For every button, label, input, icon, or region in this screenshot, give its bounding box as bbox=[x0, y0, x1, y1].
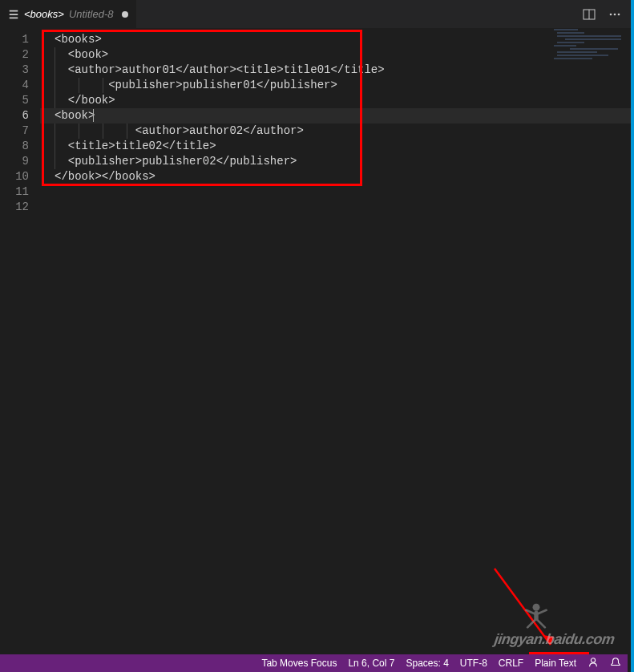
svg-point-9 bbox=[591, 658, 595, 662]
indent-guide-icon bbox=[55, 78, 55, 93]
line-number: 6 bbox=[0, 108, 40, 123]
indent-guide-icon bbox=[55, 47, 55, 63]
editor-tab[interactable]: <books> Untitled-8 bbox=[0, 0, 137, 28]
line-number: 7 bbox=[0, 123, 40, 139]
dirty-dot-icon bbox=[122, 11, 128, 18]
notifications-icon[interactable] bbox=[610, 657, 621, 670]
code-text: </book></books> bbox=[55, 170, 155, 183]
status-bar: Tab Moves Focus Ln 6, Col 7 Spaces: 4 UT… bbox=[0, 654, 628, 672]
code-line[interactable]: </book> bbox=[40, 93, 631, 108]
status-eol[interactable]: CRLF bbox=[499, 658, 523, 669]
code-text: <author>author02</author> bbox=[55, 124, 304, 137]
code-line[interactable]: <author>author02</author> bbox=[40, 123, 631, 139]
svg-point-3 bbox=[614, 13, 616, 15]
svg-point-2 bbox=[610, 13, 612, 15]
minimap[interactable] bbox=[554, 29, 626, 85]
tab-title-sub: Untitled-8 bbox=[69, 8, 114, 20]
indent-guide-icon bbox=[55, 139, 55, 154]
tab-bar: <books> Untitled-8 bbox=[0, 0, 631, 28]
code-text: <author>author01</author><title>title01<… bbox=[55, 63, 385, 76]
code-line[interactable]: <publisher>publisher02</publisher> bbox=[40, 154, 631, 169]
indent-guide-icon bbox=[55, 154, 55, 169]
status-encoding[interactable]: UTF-8 bbox=[460, 658, 487, 669]
line-number: 3 bbox=[0, 63, 40, 78]
line-number: 8 bbox=[0, 139, 40, 154]
code-line[interactable]: <books> bbox=[40, 32, 631, 47]
line-number: 2 bbox=[0, 47, 40, 63]
status-indentation[interactable]: Spaces: 4 bbox=[406, 658, 448, 669]
editor[interactable]: 123456789101112 <books> <book> <author>a… bbox=[0, 28, 631, 654]
indent-guide-icon bbox=[103, 123, 103, 139]
code-text: <books> bbox=[55, 33, 102, 46]
code-line[interactable]: <book> bbox=[40, 108, 631, 123]
file-icon bbox=[8, 9, 19, 20]
code-line[interactable]: <title>title02</title> bbox=[40, 139, 631, 154]
text-cursor-icon bbox=[93, 109, 94, 122]
line-number: 9 bbox=[0, 154, 40, 169]
code-text: <title>title02</title> bbox=[55, 140, 216, 152]
indent-guide-icon bbox=[55, 63, 55, 78]
indent-guide-icon bbox=[55, 123, 55, 139]
indent-guide-icon bbox=[127, 123, 127, 139]
code-line[interactable]: <publisher>publisher01</publisher> bbox=[40, 78, 631, 93]
line-number: 4 bbox=[0, 78, 40, 93]
code-line[interactable]: <author>author01</author><title>title01<… bbox=[40, 63, 631, 78]
line-number: 12 bbox=[0, 200, 40, 215]
status-cursor-position[interactable]: Ln 6, Col 7 bbox=[348, 658, 394, 669]
line-number-gutter: 123456789101112 bbox=[0, 28, 40, 654]
status-language-mode[interactable]: Plain Text bbox=[535, 658, 576, 669]
code-text: </book> bbox=[55, 94, 115, 107]
code-line[interactable]: <book> bbox=[40, 47, 631, 63]
code-text: <book> bbox=[55, 109, 95, 122]
line-number: 1 bbox=[0, 32, 40, 47]
code-line[interactable] bbox=[40, 184, 631, 200]
code-line[interactable]: </book></books> bbox=[40, 169, 631, 184]
tab-title-main: <books> bbox=[24, 8, 64, 20]
indent-guide-icon bbox=[55, 93, 55, 108]
code-text: <book> bbox=[55, 48, 108, 61]
code-line[interactable] bbox=[40, 200, 631, 215]
line-number: 11 bbox=[0, 184, 40, 200]
line-number: 5 bbox=[0, 93, 40, 108]
code-text: <publisher>publisher02</publisher> bbox=[55, 155, 297, 168]
split-editor-icon[interactable] bbox=[581, 6, 597, 22]
svg-point-4 bbox=[618, 13, 620, 15]
code-area[interactable]: <books> <book> <author>author01</author>… bbox=[40, 28, 631, 654]
line-number: 10 bbox=[0, 169, 40, 184]
code-text: <publisher>publisher01</publisher> bbox=[55, 79, 337, 91]
feedback-icon[interactable] bbox=[588, 657, 599, 670]
indent-guide-icon bbox=[103, 78, 103, 93]
status-tab-moves-focus[interactable]: Tab Moves Focus bbox=[261, 658, 337, 669]
more-actions-icon[interactable] bbox=[607, 6, 623, 22]
indent-guide-icon bbox=[79, 123, 79, 139]
indent-guide-icon bbox=[79, 78, 79, 93]
